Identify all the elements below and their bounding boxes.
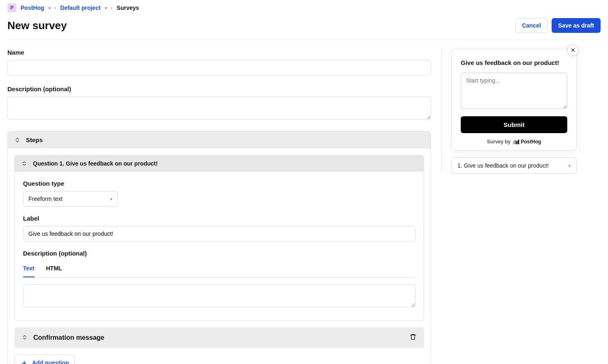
preview-question-title: Give us feedback on our product! (461, 59, 567, 66)
question-header-title: Question 1. Give us feedback on our prod… (33, 160, 158, 167)
add-question-label: Add question (32, 359, 69, 364)
plus-icon: ＋ (21, 359, 28, 364)
confirmation-label: Confirmation message (33, 334, 104, 341)
chevron-down-icon[interactable]: ▾ (49, 6, 51, 10)
posthog-logo: PostHog (513, 139, 541, 145)
question-description-textarea[interactable] (23, 284, 415, 307)
save-as-draft-button[interactable]: Save as draft (552, 18, 601, 33)
question-description-label: Description (optional) (23, 250, 415, 257)
survey-by-text: Survey by (487, 139, 511, 145)
survey-preview-card: ✕ Give us feedback on our product! Submi… (451, 49, 577, 151)
preview-answer-textarea[interactable] (461, 73, 567, 109)
preview-submit-button[interactable]: Submit (461, 116, 567, 133)
question-header[interactable]: Question 1. Give us feedback on our prod… (15, 155, 424, 172)
close-icon[interactable]: ✕ (567, 44, 579, 56)
tab-html[interactable]: HTML (46, 261, 62, 277)
description-textarea[interactable] (7, 97, 431, 120)
chevron-down-icon[interactable]: ▾ (105, 6, 107, 10)
cancel-button[interactable]: Cancel (515, 18, 548, 33)
question-type-label: Question type (23, 180, 415, 187)
collapse-icon[interactable] (21, 161, 27, 166)
chevron-down-icon: ▾ (110, 197, 112, 201)
steps-header[interactable]: Steps (8, 131, 431, 148)
collapse-icon[interactable] (14, 137, 20, 143)
confirmation-message-row[interactable]: Confirmation message (14, 327, 424, 348)
question-type-value: Freeform text (28, 196, 63, 202)
breadcrumb-project[interactable]: Default project (60, 5, 101, 11)
question-selector[interactable]: 1. Give us feedback on our product! ▾ (451, 157, 577, 174)
name-label: Name (7, 49, 431, 56)
steps-panel: Steps Question 1. Give us feedback on ou… (7, 131, 431, 364)
expand-icon[interactable] (22, 334, 28, 341)
posthog-logo-text: PostHog (521, 139, 541, 145)
preview-footer: Survey by PostHog (461, 139, 567, 145)
question-label-label: Label (23, 215, 415, 222)
steps-title: Steps (26, 136, 43, 143)
tab-text[interactable]: Text (23, 261, 35, 277)
breadcrumb-current: Surveys (117, 5, 139, 11)
chevron-down-icon: ▾ (569, 164, 571, 168)
trash-icon[interactable] (409, 333, 417, 342)
add-question-button[interactable]: ＋ Add question (14, 355, 75, 364)
question-label-input[interactable] (23, 226, 415, 242)
chevron-right-icon: › (111, 5, 113, 11)
header-actions: Cancel Save as draft (515, 18, 601, 33)
posthog-logo-icon (513, 140, 519, 144)
question-type-select[interactable]: Freeform text ▾ (23, 191, 118, 207)
page-title: New survey (7, 19, 67, 32)
question-card: Question 1. Give us feedback on our prod… (14, 155, 424, 321)
name-input[interactable] (7, 60, 431, 76)
description-label: Description (optional) (7, 85, 431, 92)
description-format-tabs: Text HTML (23, 261, 415, 278)
breadcrumb-org[interactable]: PostHog (21, 5, 44, 11)
page-header: New survey Cancel Save as draft (7, 18, 601, 33)
org-badge: P (7, 3, 16, 12)
chevron-right-icon: › (55, 5, 56, 11)
breadcrumb: P PostHog ▾ › Default project ▾ › Survey… (7, 3, 601, 12)
question-selector-value: 1. Give us feedback on our product! (457, 162, 549, 169)
header-divider (7, 39, 601, 40)
